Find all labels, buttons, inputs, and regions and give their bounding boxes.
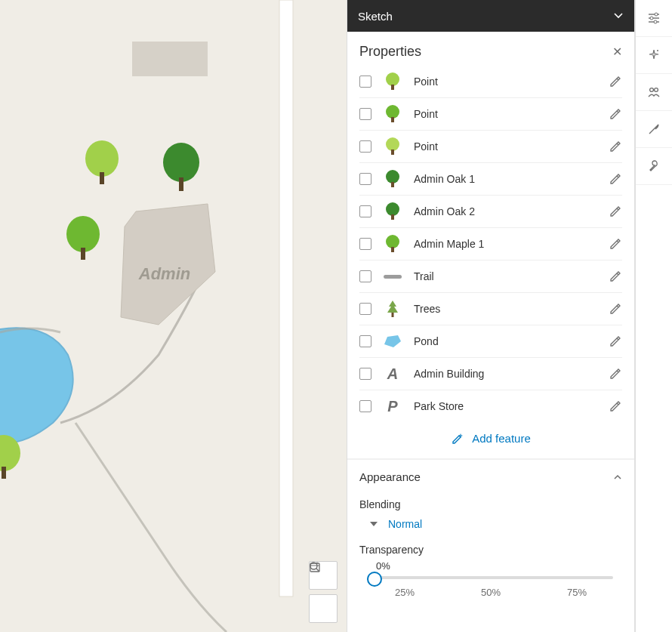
feature-label: Point [414, 108, 600, 120]
add-feature-label: Add feature [472, 432, 531, 445]
edit-feature-button[interactable] [609, 107, 622, 121]
appearance-header[interactable]: Appearance [359, 470, 622, 483]
feature-checkbox[interactable] [359, 368, 371, 380]
feature-symbol-icon [381, 72, 405, 91]
feature-symbol-icon [381, 169, 405, 189]
right-toolbar [635, 0, 672, 632]
svg-point-39 [655, 88, 658, 92]
svg-rect-20 [391, 150, 394, 155]
feature-row[interactable]: Admin Oak 1 [359, 163, 622, 196]
feature-checkbox[interactable] [359, 303, 371, 315]
feature-row[interactable]: Point [359, 66, 622, 98]
svg-text:P: P [387, 398, 398, 415]
map-canvas[interactable]: Admin [0, 0, 347, 632]
edit-feature-button[interactable] [609, 172, 622, 186]
svg-rect-6 [81, 248, 85, 260]
add-feature-button[interactable]: Add feature [347, 422, 634, 458]
slider-ticks: 25% 50% 75% [368, 587, 613, 598]
feature-checkbox[interactable] [359, 238, 371, 250]
tick-25: 25% [395, 587, 415, 598]
feature-symbol-icon [381, 234, 405, 254]
trail-path3 [76, 423, 227, 632]
feature-row[interactable]: Trees [359, 293, 622, 325]
group-button[interactable] [636, 74, 672, 111]
svg-rect-8 [2, 467, 6, 479]
properties-label: Properties [359, 44, 421, 60]
svg-rect-28 [392, 313, 394, 317]
transparency-slider[interactable] [368, 576, 613, 579]
svg-point-15 [386, 72, 399, 86]
properties-heading: Properties ✕ [347, 32, 634, 66]
wrench-icon [647, 159, 661, 173]
edit-feature-button[interactable] [609, 302, 622, 316]
basemap-button[interactable] [309, 594, 338, 623]
edit-feature-button[interactable] [609, 75, 622, 88]
svg-rect-27 [384, 275, 402, 279]
calendar-icon [309, 561, 321, 573]
feature-checkbox[interactable] [359, 400, 371, 412]
sketch-panel: Sketch Properties ✕ PointPointPointAdmin… [347, 0, 635, 632]
tree-icon [163, 143, 199, 191]
feature-row[interactable]: PPark Store [359, 390, 622, 422]
feature-label: Admin Oak 2 [414, 205, 600, 217]
svg-point-17 [386, 105, 399, 119]
edit-feature-button[interactable] [609, 237, 622, 251]
edit-feature-button[interactable] [609, 205, 622, 218]
settings-sliders-button[interactable] [636, 0, 672, 37]
appearance-label: Appearance [359, 470, 421, 483]
dropdown-arrow-icon [370, 522, 378, 526]
feature-checkbox[interactable] [359, 140, 371, 153]
svg-point-32 [655, 13, 658, 16]
slider-thumb[interactable] [367, 572, 382, 587]
feature-row[interactable]: Admin Oak 2 [359, 196, 622, 228]
feature-checkbox[interactable] [359, 270, 371, 282]
feature-symbol-icon [381, 272, 405, 281]
feature-row[interactable]: Point [359, 98, 622, 131]
pond-shape [0, 328, 73, 442]
close-icon[interactable]: ✕ [612, 46, 622, 58]
blending-dropdown[interactable]: Normal [359, 515, 622, 544]
feature-row[interactable]: Pond [359, 325, 622, 358]
panel-title: Sketch [358, 10, 393, 23]
svg-rect-16 [391, 85, 394, 90]
blending-value: Normal [388, 518, 422, 530]
tick-50: 50% [481, 587, 501, 598]
feature-symbol-icon [381, 202, 405, 221]
feature-checkbox[interactable] [359, 76, 371, 88]
svg-rect-2 [100, 172, 104, 184]
edit-feature-button[interactable] [609, 399, 622, 413]
tools-button[interactable] [636, 111, 672, 148]
tick-75: 75% [567, 587, 587, 598]
feature-row[interactable]: Trail [359, 261, 622, 293]
feature-list: PointPointPointAdmin Oak 1Admin Oak 2Adm… [347, 66, 634, 422]
feature-checkbox[interactable] [359, 108, 371, 120]
tree-icon [85, 140, 119, 184]
feature-row[interactable]: Admin Maple 1 [359, 228, 622, 261]
edit-feature-button[interactable] [609, 334, 622, 348]
edit-feature-button[interactable] [609, 270, 622, 283]
chevron-down-icon[interactable] [613, 11, 624, 21]
feature-symbol-icon [381, 299, 405, 319]
feature-label: Admin Maple 1 [414, 238, 600, 250]
feature-checkbox[interactable] [359, 173, 371, 185]
svg-text:A: A [387, 365, 398, 382]
transparency-value: 0% [376, 560, 619, 572]
feature-row[interactable]: AAdmin Building [359, 358, 622, 390]
sparkle-icon [647, 48, 661, 62]
feature-label: Admin Building [414, 368, 600, 380]
chevron-up-icon [613, 473, 622, 482]
feature-checkbox[interactable] [359, 205, 371, 217]
configure-button[interactable] [636, 148, 672, 185]
svg-rect-26 [391, 247, 394, 252]
feature-checkbox[interactable] [359, 335, 371, 347]
building-outline [132, 42, 208, 76]
feature-row[interactable]: Point [359, 131, 622, 163]
effects-button[interactable] [636, 37, 672, 74]
svg-rect-4 [179, 177, 183, 191]
transparency-label: Transparency [359, 544, 622, 556]
svg-point-38 [650, 88, 654, 92]
feature-label: Point [414, 140, 600, 153]
edit-feature-button[interactable] [609, 140, 622, 153]
panel-header[interactable]: Sketch [347, 0, 634, 32]
edit-feature-button[interactable] [609, 367, 622, 381]
